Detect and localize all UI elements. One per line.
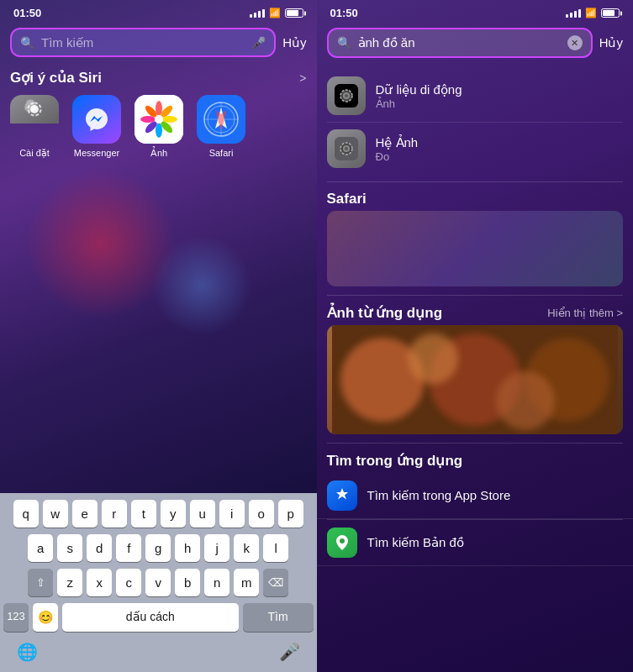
globe-icon[interactable]: 🌐	[17, 642, 38, 662]
key-l[interactable]: l	[263, 534, 288, 562]
keyboard: q w e r t y u i o p a s d f g h j k l ⇧ …	[0, 493, 317, 672]
key-r[interactable]: r	[102, 500, 127, 528]
key-q[interactable]: q	[13, 500, 39, 528]
app-item-messenger[interactable]: Messenger	[72, 95, 121, 159]
maps-search-item[interactable]: Tìm kiếm Bản đồ	[317, 520, 634, 566]
key-j[interactable]: j	[204, 534, 229, 562]
safari-preview[interactable]	[327, 211, 624, 286]
photos-section-header: Ảnh từ ứng dụng Hiển thị thêm >	[317, 296, 634, 325]
mic-icon-bottom[interactable]: 🎤	[279, 642, 300, 662]
search-input-wrap-left[interactable]: 🔍 🎤	[10, 28, 276, 57]
appstore-icon	[327, 480, 357, 511]
settings-app-label: Cài đặt	[19, 148, 50, 159]
key-y[interactable]: y	[161, 500, 186, 528]
photos-more[interactable]: Hiển thị thêm >	[547, 307, 623, 319]
number-key[interactable]: 123	[3, 603, 29, 632]
key-g[interactable]: g	[145, 534, 171, 562]
settings-app-icon	[10, 95, 59, 144]
key-m[interactable]: m	[234, 569, 259, 596]
key-k[interactable]: k	[234, 534, 259, 562]
result-item-dulieu[interactable]: Dữ liệu di động Ảnh	[327, 70, 624, 123]
status-icons-right: 📶	[566, 8, 620, 18]
result-icon-dulieu	[327, 76, 366, 115]
search-icon-left: 🔍	[20, 36, 34, 50]
siri-section: Gợi ý của Siri > Cài đặt	[0, 62, 317, 164]
key-b[interactable]: b	[175, 569, 200, 596]
key-h[interactable]: h	[175, 534, 200, 562]
send-key[interactable]: Tìm	[243, 603, 314, 632]
key-p[interactable]: p	[278, 500, 303, 528]
search-input-right[interactable]	[358, 36, 561, 50]
key-n[interactable]: n	[204, 569, 229, 596]
svg-point-27	[345, 147, 348, 150]
result-sub-dulieu: Ảnh	[376, 97, 462, 110]
time-left: 01:50	[13, 7, 41, 19]
result-item-heanh[interactable]: Hệ Ảnh Đo	[327, 123, 624, 175]
key-c[interactable]: c	[116, 569, 141, 596]
key-row-3: ⇧ z x c v b n m ⌫	[3, 569, 314, 596]
search-input-left[interactable]	[41, 35, 245, 50]
svg-point-34	[340, 538, 345, 543]
key-o[interactable]: o	[249, 500, 274, 528]
siri-apps: Cài đặt Messenger	[10, 95, 307, 159]
time-right: 01:50	[330, 7, 358, 19]
result-sub-heanh: Đo	[376, 150, 419, 163]
space-key[interactable]: dấu cách	[62, 603, 239, 632]
photos-app-label: Ảnh	[150, 148, 167, 159]
key-f[interactable]: f	[116, 534, 141, 562]
key-u[interactable]: u	[190, 500, 215, 528]
clear-button[interactable]: ✕	[567, 35, 583, 50]
svg-point-32	[408, 333, 458, 384]
status-bar-left: 01:50 📶	[0, 0, 317, 23]
app-search-section-header: Tìm trong ứng dụng	[317, 444, 634, 473]
appstore-search-item[interactable]: Tìm kiếm trong App Store	[317, 473, 634, 519]
appstore-search-label: Tìm kiếm trong App Store	[367, 488, 511, 503]
messenger-app-icon	[72, 95, 121, 144]
battery-icon	[285, 8, 303, 18]
maps-search-label: Tìm kiếm Bản đồ	[367, 535, 464, 550]
key-e[interactable]: e	[72, 500, 98, 528]
key-s[interactable]: s	[57, 534, 82, 562]
key-z[interactable]: z	[57, 569, 82, 596]
search-input-wrap-right[interactable]: 🔍 ✕	[327, 28, 593, 58]
svg-point-10	[155, 115, 163, 123]
battery-icon-right	[601, 8, 620, 18]
key-t[interactable]: t	[131, 500, 156, 528]
app-search-title: Tìm trong ứng dụng	[327, 452, 463, 470]
photo-grid	[327, 325, 624, 434]
mic-icon-left[interactable]: 🎤	[251, 36, 266, 50]
result-icon-heanh	[327, 129, 366, 168]
maps-icon	[327, 528, 357, 558]
key-a[interactable]: a	[28, 534, 53, 562]
app-item-safari[interactable]: Safari	[197, 95, 245, 159]
key-i[interactable]: i	[219, 500, 245, 528]
cancel-button-left[interactable]: Hủy	[282, 35, 306, 50]
search-bar-left[interactable]: 🔍 🎤 Hủy	[10, 28, 307, 57]
status-icons-left: 📶	[250, 8, 303, 18]
result-name-dulieu: Dữ liệu di động	[376, 82, 462, 97]
shift-key[interactable]: ⇧	[28, 569, 53, 596]
svg-point-22	[345, 94, 348, 97]
photo-section[interactable]	[327, 325, 624, 434]
delete-key[interactable]: ⌫	[263, 569, 288, 596]
key-w[interactable]: w	[43, 500, 68, 528]
cancel-button-right[interactable]: Hủy	[599, 35, 623, 50]
emoji-key[interactable]: 😊	[33, 603, 58, 632]
svg-point-33	[496, 371, 555, 430]
app-item-photos[interactable]: Ảnh	[135, 95, 183, 159]
app-item-settings[interactable]: Cài đặt	[10, 95, 59, 159]
siri-header: Gợi ý của Siri >	[10, 69, 307, 87]
key-d[interactable]: d	[87, 534, 112, 562]
photos-app-icon	[135, 95, 183, 144]
key-x[interactable]: x	[87, 569, 112, 596]
key-row-1: q w e r t y u i o p	[3, 500, 314, 528]
right-panel: 01:50 📶 🔍 ✕ Hủy	[317, 0, 634, 672]
wifi-icon: 📶	[269, 8, 281, 18]
signal-icon	[250, 9, 265, 18]
key-v[interactable]: v	[145, 569, 171, 596]
search-bar-right[interactable]: 🔍 ✕ Hủy	[327, 28, 624, 58]
result-text-heanh: Hệ Ảnh Đo	[376, 135, 419, 163]
bottom-bar: 🌐 🎤	[3, 638, 314, 669]
wifi-icon-right: 📶	[585, 8, 597, 18]
siri-more[interactable]: >	[299, 71, 306, 85]
